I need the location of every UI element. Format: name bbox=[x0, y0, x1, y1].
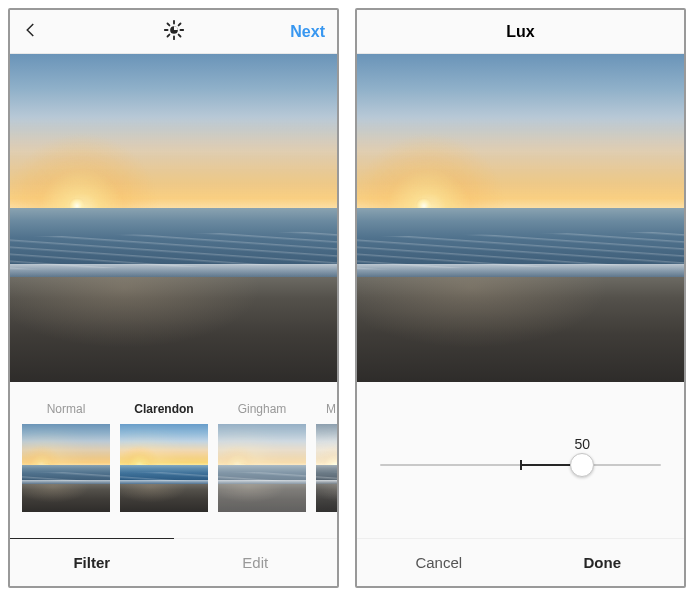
filter-item-partial[interactable]: M bbox=[316, 402, 337, 512]
page-title: Lux bbox=[433, 23, 608, 41]
sunset-photo bbox=[357, 54, 684, 382]
lux-slider[interactable]: 50 bbox=[380, 464, 661, 466]
header-bar: Next bbox=[10, 10, 337, 54]
slider-value-label: 50 bbox=[575, 436, 591, 452]
filter-thumb bbox=[22, 424, 110, 512]
screen-filter-picker: Next Normal bbox=[8, 8, 339, 588]
filter-label: Clarendon bbox=[120, 402, 208, 416]
sunset-photo bbox=[10, 54, 337, 382]
tab-edit[interactable]: Edit bbox=[174, 539, 338, 586]
filter-item-normal[interactable]: Normal bbox=[22, 402, 110, 512]
photo-preview[interactable] bbox=[357, 54, 684, 382]
cancel-button[interactable]: Cancel bbox=[357, 539, 521, 586]
filter-label: Gingham bbox=[218, 402, 306, 416]
header-bar: Lux bbox=[357, 10, 684, 54]
svg-line-6 bbox=[178, 34, 180, 36]
filter-strip[interactable]: Normal Clarendon Gingham bbox=[10, 382, 337, 538]
lux-button[interactable] bbox=[163, 19, 185, 41]
filter-label: Normal bbox=[22, 402, 110, 416]
svg-line-7 bbox=[167, 34, 169, 36]
filter-thumb bbox=[120, 424, 208, 512]
next-button[interactable]: Next bbox=[290, 23, 325, 41]
tab-filter[interactable]: Filter bbox=[10, 538, 174, 586]
done-button[interactable]: Done bbox=[521, 539, 685, 586]
lux-sun-icon bbox=[163, 19, 185, 41]
filter-item-clarendon[interactable]: Clarendon bbox=[120, 402, 208, 512]
filter-row: Normal Clarendon Gingham bbox=[10, 402, 337, 512]
photo-preview[interactable] bbox=[10, 54, 337, 382]
filter-thumb bbox=[218, 424, 306, 512]
bottom-tabs: Filter Edit bbox=[10, 538, 337, 586]
back-button[interactable] bbox=[22, 21, 40, 43]
slider-handle[interactable] bbox=[570, 453, 594, 477]
back-chevron-icon bbox=[22, 21, 40, 39]
screen-lux: Lux 50 bbox=[355, 8, 686, 588]
filter-thumb bbox=[316, 424, 337, 512]
slider-track bbox=[380, 464, 661, 466]
svg-line-5 bbox=[167, 23, 169, 25]
side-by-side-screens: Next Normal bbox=[0, 0, 694, 596]
lux-slider-area: 50 bbox=[357, 382, 684, 538]
svg-line-8 bbox=[178, 23, 180, 25]
filter-label: M bbox=[316, 402, 337, 416]
footer-bar: Cancel Done bbox=[357, 538, 684, 586]
filter-item-gingham[interactable]: Gingham bbox=[218, 402, 306, 512]
